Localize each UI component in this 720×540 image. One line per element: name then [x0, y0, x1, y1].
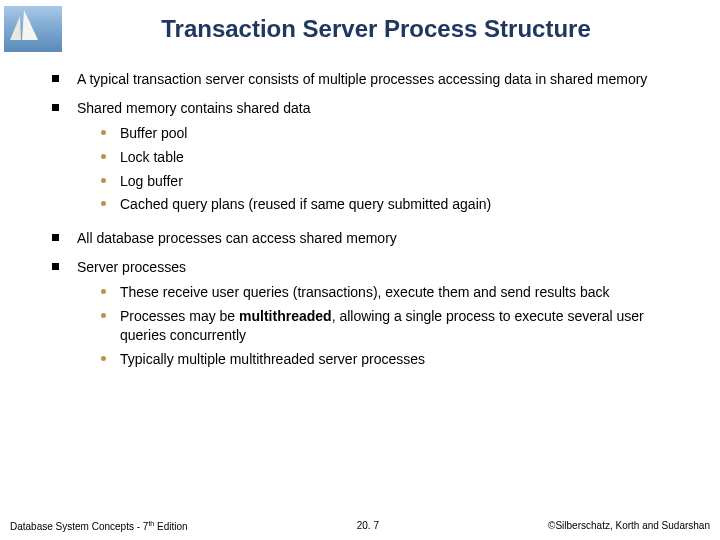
bullet-level-2: Processes may be multithreaded, allowing…	[101, 307, 692, 345]
square-bullet-icon	[52, 104, 59, 111]
bullet-level-2: Log buffer	[101, 172, 692, 191]
sub-bullet-text: Typically multiple multithreaded server …	[120, 350, 692, 369]
dot-bullet-icon	[101, 356, 106, 361]
sub-bullet-text: Log buffer	[120, 172, 692, 191]
bullet-level-2: Lock table	[101, 148, 692, 167]
square-bullet-icon	[52, 234, 59, 241]
slide-header: Transaction Server Process Structure	[0, 0, 720, 52]
sub-bullet-text: Lock table	[120, 148, 692, 167]
dot-bullet-icon	[101, 178, 106, 183]
sub-bullet-text: Processes may be multithreaded, allowing…	[120, 307, 692, 345]
bullet-level-1: Server processesThese receive user queri…	[52, 258, 692, 373]
dot-bullet-icon	[101, 154, 106, 159]
bullet-text: Server processesThese receive user queri…	[77, 258, 692, 373]
bullet-text: All database processes can access shared…	[77, 229, 692, 248]
footer-copyright: ©Silberschatz, Korth and Sudarshan	[548, 520, 710, 532]
footer-page-number: 20. 7	[357, 520, 379, 532]
bullet-level-1: A typical transaction server consists of…	[52, 70, 692, 89]
square-bullet-icon	[52, 75, 59, 82]
bullet-level-2: Buffer pool	[101, 124, 692, 143]
bullet-level-1: Shared memory contains shared dataBuffer…	[52, 99, 692, 219]
square-bullet-icon	[52, 263, 59, 270]
sub-bullet-text: Buffer pool	[120, 124, 692, 143]
bullet-level-2: Cached query plans (reused if same query…	[101, 195, 692, 214]
slide-content: A typical transaction server consists of…	[0, 52, 720, 374]
dot-bullet-icon	[101, 289, 106, 294]
dot-bullet-icon	[101, 130, 106, 135]
slide-title: Transaction Server Process Structure	[82, 15, 720, 43]
dot-bullet-icon	[101, 313, 106, 318]
sub-bullet-text: Cached query plans (reused if same query…	[120, 195, 692, 214]
dot-bullet-icon	[101, 201, 106, 206]
bullet-level-2: Typically multiple multithreaded server …	[101, 350, 692, 369]
bullet-level-2: These receive user queries (transactions…	[101, 283, 692, 302]
sub-bullet-text: These receive user queries (transactions…	[120, 283, 692, 302]
bullet-level-1: All database processes can access shared…	[52, 229, 692, 248]
slide-footer: Database System Concepts - 7th Edition 2…	[0, 520, 720, 532]
bullet-text: Shared memory contains shared dataBuffer…	[77, 99, 692, 219]
sailboat-logo	[4, 6, 62, 52]
bullet-text: A typical transaction server consists of…	[77, 70, 692, 89]
footer-left: Database System Concepts - 7th Edition	[10, 520, 188, 532]
